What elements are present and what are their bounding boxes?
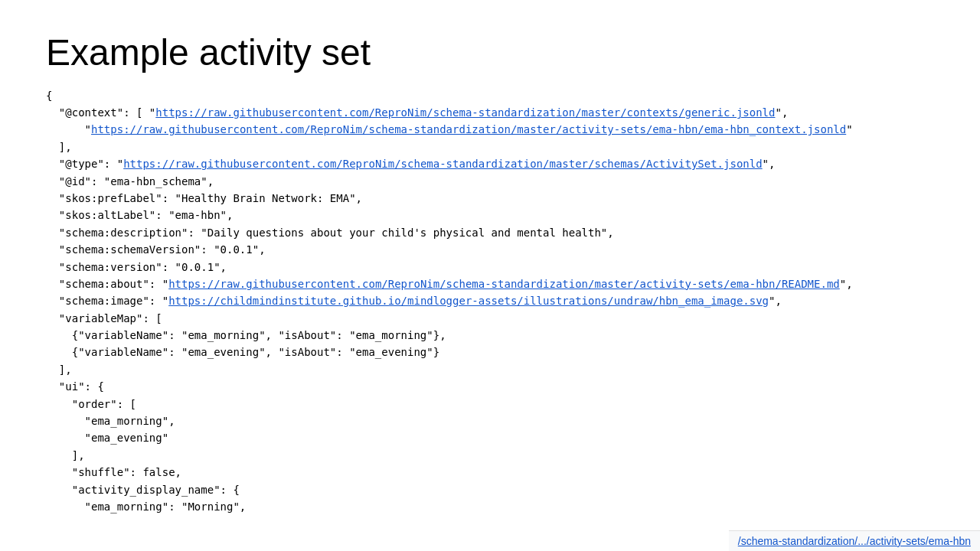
json-line-14: "variableMap": [	[46, 310, 934, 327]
json-content: { "@context": [ "https://raw.githubuserc…	[46, 87, 934, 516]
json-line-23: "shuffle": false,	[46, 464, 934, 481]
status-bar-link[interactable]: /schema-standardization/.../activity-set…	[738, 535, 971, 547]
about-link[interactable]: https://raw.githubusercontent.com/ReproN…	[168, 278, 840, 290]
json-line-3: "https://raw.githubusercontent.com/Repro…	[46, 121, 934, 138]
json-line-22: ],	[46, 447, 934, 464]
json-line-8: "skos:altLabel": "ema-hbn",	[46, 207, 934, 223]
json-line-18: "ui": {	[46, 378, 934, 395]
json-line-1: {	[46, 87, 934, 104]
json-line-7: "skos:prefLabel": "Healthy Brain Network…	[46, 190, 934, 207]
json-line-12: "schema:about": "https://raw.githubuserc…	[46, 276, 934, 292]
json-line-16: {"variableName": "ema_evening", "isAbout…	[46, 344, 934, 360]
json-line-25: "ema_morning": "Morning",	[46, 498, 934, 515]
json-line-11: "schema:version": "0.0.1",	[46, 259, 934, 276]
json-line-20: "ema_morning",	[46, 412, 934, 429]
page-title: Example activity set	[46, 31, 934, 75]
json-line-17: ],	[46, 361, 934, 378]
json-line-5: "@type": "https://raw.githubusercontent.…	[46, 155, 934, 172]
status-bar: /schema-standardization/.../activity-set…	[729, 530, 980, 551]
json-line-4: ],	[46, 139, 934, 155]
json-line-24: "activity_display_name": {	[46, 481, 934, 498]
json-line-2: "@context": [ "https://raw.githubusercon…	[46, 104, 934, 121]
context-link-2[interactable]: https://raw.githubusercontent.com/ReproN…	[91, 123, 846, 135]
json-line-6: "@id": "ema-hbn_schema",	[46, 173, 934, 190]
json-line-15: {"variableName": "ema_morning", "isAbout…	[46, 327, 934, 344]
json-line-19: "order": [	[46, 396, 934, 412]
page-container: Example activity set { "@context": [ "ht…	[0, 0, 980, 551]
context-link-1[interactable]: https://raw.githubusercontent.com/ReproN…	[155, 106, 775, 119]
json-line-9: "schema:description": "Daily questions a…	[46, 224, 934, 241]
json-line-21: "ema_evening"	[46, 429, 934, 446]
image-link[interactable]: https://childmindinstitute.github.io/min…	[168, 295, 769, 307]
json-line-10: "schema:schemaVersion": "0.0.1",	[46, 241, 934, 258]
json-line-13: "schema:image": "https://childmindinstit…	[46, 292, 934, 309]
type-link[interactable]: https://raw.githubusercontent.com/ReproN…	[123, 158, 762, 170]
